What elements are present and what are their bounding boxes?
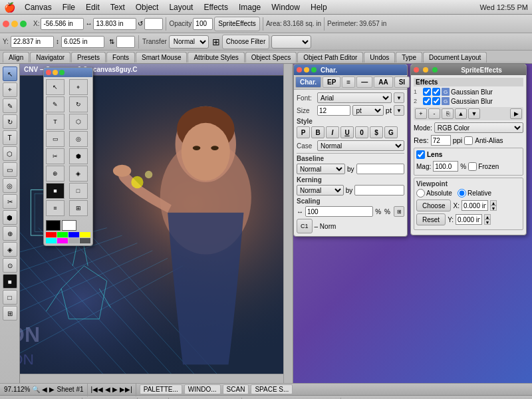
nav-arrow-prev[interactable]: ◀ bbox=[105, 386, 110, 393]
close-dot[interactable] bbox=[3, 21, 9, 27]
color-y[interactable] bbox=[80, 232, 90, 237]
palette-tool-15[interactable]: ⊞ bbox=[69, 200, 88, 216]
style-shadow[interactable]: $ bbox=[370, 126, 383, 138]
char-tab-char[interactable]: Char. bbox=[295, 76, 321, 88]
palette-tool-1[interactable]: ⌖ bbox=[69, 79, 88, 95]
minimize-dot[interactable] bbox=[11, 21, 18, 27]
tool-pencil[interactable]: ✎ bbox=[3, 98, 17, 113]
palette-tool-7[interactable]: ◎ bbox=[69, 131, 88, 147]
style-underline[interactable]: U bbox=[340, 126, 354, 138]
size-unit-select[interactable]: pt px bbox=[352, 105, 383, 116]
palette-tool-6[interactable]: ▭ bbox=[46, 131, 65, 147]
nav-arrows-left[interactable]: |◀◀ bbox=[91, 386, 104, 393]
tool-rotate[interactable]: ↻ bbox=[3, 114, 17, 129]
sprite-tb-add[interactable]: + bbox=[415, 108, 427, 119]
y-coord-input[interactable] bbox=[11, 36, 54, 48]
size-options-button[interactable]: ▼ bbox=[394, 105, 404, 116]
tool-ellipse[interactable]: ◎ bbox=[3, 178, 17, 193]
windo-tab[interactable]: WINDO... bbox=[184, 384, 221, 394]
sprite-tb-down[interactable]: ▼ bbox=[468, 108, 480, 119]
palette-maximize[interactable] bbox=[59, 70, 65, 75]
color-c[interactable] bbox=[46, 238, 57, 243]
menu-layout[interactable]: Layout bbox=[164, 1, 198, 13]
menu-edit[interactable]: Edit bbox=[80, 1, 105, 13]
char-tab-si[interactable]: SI bbox=[394, 76, 410, 88]
menu-canvas[interactable]: Canvas bbox=[19, 1, 57, 13]
palette-tool-5[interactable]: ⬡ bbox=[69, 114, 88, 130]
effect-2-visible[interactable] bbox=[423, 97, 431, 105]
font-options-button[interactable]: ▼ bbox=[394, 92, 404, 103]
case-select[interactable]: Normal ALL CAPS Small Caps bbox=[317, 140, 404, 151]
color-dg[interactable] bbox=[80, 238, 90, 243]
opacity-input[interactable] bbox=[193, 18, 213, 30]
angle-input[interactable] bbox=[144, 18, 163, 30]
tab-fonts[interactable]: Fonts bbox=[106, 52, 135, 63]
color-swatch-white[interactable] bbox=[62, 220, 76, 231]
menu-window[interactable]: Window bbox=[266, 1, 305, 13]
palette-tool-11[interactable]: ◈ bbox=[69, 166, 88, 182]
tool-stroke[interactable]: □ bbox=[3, 290, 17, 305]
palette-tool-8[interactable]: ✂ bbox=[46, 148, 65, 164]
nav-arrow-next[interactable]: ▶ bbox=[112, 386, 118, 393]
kerning-select[interactable]: Normal Optical bbox=[297, 185, 344, 196]
menu-file[interactable]: File bbox=[57, 1, 80, 13]
relative-radio[interactable] bbox=[458, 189, 466, 198]
sprite-panel-minimize[interactable] bbox=[423, 67, 428, 72]
tool-plus[interactable]: ⊕ bbox=[3, 226, 17, 241]
c1-button[interactable]: C1 bbox=[297, 219, 313, 233]
tab-type[interactable]: Type bbox=[396, 52, 422, 63]
frozen-check[interactable] bbox=[468, 162, 477, 171]
sprite-panel-close[interactable] bbox=[414, 67, 419, 72]
tab-object-path-editor[interactable]: Object Path Editor bbox=[297, 52, 363, 63]
char-tab-ep[interactable]: EP bbox=[323, 76, 340, 88]
palette-tool-3[interactable]: ↻ bbox=[69, 96, 88, 112]
font-size-input[interactable] bbox=[317, 105, 350, 116]
palette-tool-9[interactable]: ⬢ bbox=[69, 148, 88, 164]
color-swatch-black[interactable] bbox=[46, 220, 61, 231]
tab-document-layout[interactable]: Document Layout bbox=[423, 52, 487, 63]
menu-text[interactable]: Text bbox=[105, 1, 130, 13]
x-coord-input[interactable] bbox=[41, 18, 84, 30]
y-up-stepper[interactable]: ▲ bbox=[484, 214, 491, 219]
maximize-dot[interactable] bbox=[20, 21, 27, 27]
nav-left[interactable]: ◀ bbox=[42, 386, 47, 393]
color-b[interactable] bbox=[68, 232, 79, 237]
anti-alias-check[interactable] bbox=[464, 136, 473, 145]
sprite-tb-up[interactable]: ▲ bbox=[455, 108, 467, 119]
x-up-stepper[interactable]: ▲ bbox=[490, 200, 497, 205]
char-panel-minimize[interactable] bbox=[304, 67, 309, 72]
vertical-scrollbar[interactable] bbox=[283, 64, 293, 383]
tab-align[interactable]: Align bbox=[3, 52, 29, 63]
height-input[interactable] bbox=[61, 36, 104, 48]
sprite-tb-right[interactable]: ▶ bbox=[510, 108, 522, 119]
palette-minimize[interactable] bbox=[53, 70, 58, 75]
color-m[interactable] bbox=[57, 238, 68, 243]
tool-crosshair[interactable]: ⌖ bbox=[3, 82, 17, 97]
sprite-tb-del[interactable]: - bbox=[428, 108, 440, 119]
nav-arrows-right[interactable]: ▶▶| bbox=[120, 386, 132, 393]
style-plain[interactable]: P bbox=[297, 126, 310, 138]
char-tab-para[interactable]: ≡ bbox=[342, 76, 355, 88]
lens-checkbox[interactable] bbox=[416, 150, 425, 159]
menu-help[interactable]: Help bbox=[305, 1, 332, 13]
style-bold[interactable]: B bbox=[311, 126, 325, 138]
tool-text[interactable]: T bbox=[3, 130, 17, 145]
color-lg[interactable] bbox=[68, 238, 79, 243]
kerning-by-input[interactable] bbox=[354, 185, 404, 196]
width-input[interactable] bbox=[93, 18, 136, 30]
tab-attribute-styles[interactable]: Attribute Styles bbox=[188, 52, 244, 63]
menu-effects[interactable]: Effects bbox=[198, 1, 233, 13]
palette-tool-2[interactable]: ✎ bbox=[46, 96, 65, 112]
tool-polygon[interactable]: ⬡ bbox=[3, 146, 17, 161]
tool-fill[interactable]: ■ bbox=[3, 274, 17, 289]
y-down-stepper[interactable]: ▼ bbox=[484, 219, 491, 225]
canvas-area[interactable]: CNV – Canvas™ 6-8 : canvas8guy.C bbox=[20, 64, 293, 383]
palette-tab[interactable]: PALETTE... bbox=[140, 384, 182, 394]
mag-input[interactable] bbox=[433, 161, 458, 172]
horizontal-scrollbar[interactable] bbox=[20, 374, 283, 383]
effect-2-enabled[interactable] bbox=[432, 97, 440, 105]
style-outline[interactable]: 0 bbox=[355, 126, 368, 138]
font-select[interactable]: Arial Helvetica Times bbox=[317, 92, 392, 103]
choose-button[interactable]: Choose bbox=[416, 200, 451, 211]
sprite-tb-dup[interactable]: ⎘ bbox=[442, 108, 454, 119]
